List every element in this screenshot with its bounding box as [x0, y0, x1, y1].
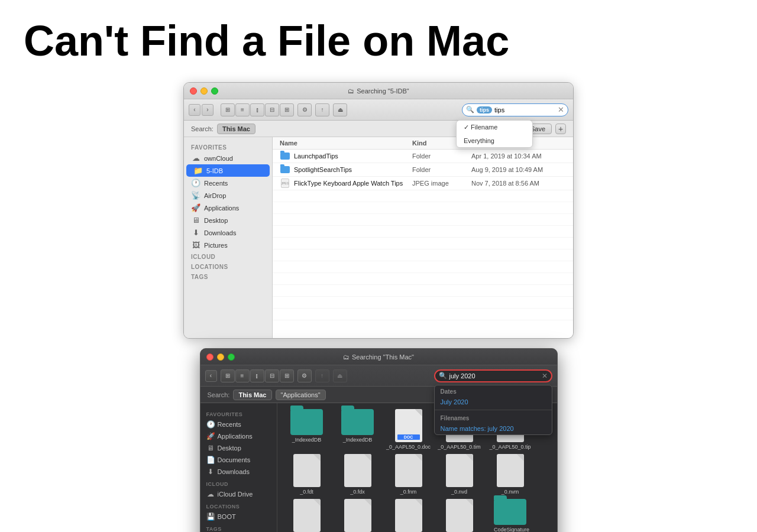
- list-item[interactable]: _0.nvd: [436, 454, 483, 495]
- window-icon-2: 🗂: [343, 353, 350, 361]
- back-button[interactable]: ‹: [189, 104, 200, 116]
- search-bar-2[interactable]: 🔍 july 2020 ✕: [434, 369, 552, 382]
- maximize-button-2[interactable]: [228, 353, 235, 361]
- action-btn-2[interactable]: ⚙: [297, 369, 312, 382]
- eject-button[interactable]: ⏏: [333, 103, 347, 116]
- locations-label-2: Locations: [200, 500, 277, 511]
- sidebar-item-airdrop[interactable]: 📡 AirDrop: [184, 189, 272, 202]
- file-date-launchpad: Apr 1, 2019 at 10:34 AM: [471, 153, 566, 160]
- list-item[interactable]: _0.tvx: [385, 499, 432, 532]
- dropdown-everything[interactable]: Everything: [457, 134, 532, 147]
- table-row[interactable]: LaunchpadTips Folder Apr 1, 2019 at 10:3…: [273, 150, 573, 163]
- generic-file-icon: [395, 499, 422, 532]
- list-view-button[interactable]: ≡: [235, 103, 250, 116]
- folder-icon-large-2: [494, 499, 526, 525]
- search-bar-1[interactable]: 🔍 tips ✕: [462, 103, 568, 116]
- list-item[interactable]: _CodeSignature: [487, 499, 534, 532]
- downloads-label-2: Downloads: [218, 468, 250, 475]
- list-view-btn-2[interactable]: ≡: [235, 369, 250, 382]
- gallery-view-btn-2[interactable]: ⊟: [265, 369, 279, 382]
- applications-icon: 🚀: [191, 203, 200, 212]
- list-item[interactable]: _0.nvm: [487, 454, 534, 495]
- dropdown-july-2020[interactable]: July 2020: [435, 396, 552, 408]
- add-search-criteria-button[interactable]: +: [555, 124, 566, 134]
- list-item[interactable]: _IndexedDB: [334, 409, 381, 450]
- search-clear-icon-2[interactable]: ✕: [542, 372, 548, 380]
- eject-btn-2[interactable]: ⏏: [333, 369, 347, 382]
- forward-button[interactable]: ›: [202, 104, 213, 116]
- grid-file-name: _CodeSignature: [491, 527, 529, 532]
- icloud-label-2: iCloud: [200, 478, 277, 488]
- column-view-btn-2[interactable]: ⫿: [250, 369, 264, 382]
- list-item[interactable]: _0.fdt: [283, 454, 331, 495]
- desktop-label-2: Desktop: [218, 445, 241, 452]
- column-view-button[interactable]: ⫿: [250, 103, 264, 116]
- sidebar-item-pictures[interactable]: 🖼 Pictures: [184, 239, 272, 251]
- window-icon: 🗂: [348, 87, 354, 95]
- file-kind-launchpad: Folder: [412, 153, 471, 160]
- gallery-view-button[interactable]: ⊟: [265, 103, 279, 116]
- sidebar-item-applications[interactable]: 🚀 Applications: [184, 202, 272, 214]
- share-btn-2[interactable]: ↑: [315, 369, 329, 382]
- icon-view-button[interactable]: ⊞: [221, 103, 235, 116]
- sidebar-item-5idb[interactable]: 📁 5-IDB: [186, 164, 270, 177]
- file-icon-spotlight: [280, 165, 290, 174]
- list-item[interactable]: _0.fdx: [334, 454, 381, 495]
- sidebar-2-recents[interactable]: 🕐 Recents: [200, 419, 277, 430]
- generic-file-icon: [293, 454, 321, 487]
- list-item[interactable]: _IndexedDB: [283, 409, 331, 450]
- sidebar-label-recents: Recents: [204, 180, 228, 187]
- search-scope-this-mac[interactable]: This Mac: [217, 124, 255, 134]
- boot-label: BOOT: [218, 513, 236, 520]
- titlebar-1: 🗂 Searching "5-IDB": [184, 83, 573, 99]
- sidebar-2-applications[interactable]: 🚀 Applications: [200, 430, 277, 442]
- dropdown-name-matches[interactable]: Name matches: july 2020: [435, 423, 552, 434]
- action-button[interactable]: ⚙: [297, 103, 312, 116]
- sidebar-2-icloud-drive[interactable]: ☁ iCloud Drive: [200, 488, 277, 500]
- sidebar-2-desktop[interactable]: 🖥 Desktop: [200, 442, 277, 454]
- sidebar-item-desktop[interactable]: 🖥 Desktop: [184, 214, 272, 226]
- sidebar-2-downloads[interactable]: ⬇ Downloads: [200, 466, 277, 478]
- search-name-badge[interactable]: tips: [477, 106, 492, 113]
- window-title-2: 🗂 Searching "This Mac": [343, 353, 414, 361]
- back-button-2[interactable]: ‹: [205, 370, 217, 382]
- icon-view-btn-2[interactable]: ⊞: [221, 369, 235, 382]
- folder-icon-5idb: 📁: [193, 166, 203, 175]
- scope-this-mac[interactable]: This Mac: [233, 390, 271, 400]
- applications-label-2: Applications: [218, 433, 253, 440]
- list-item[interactable]: _0.fnm: [385, 454, 432, 495]
- icloud-icon-2: ☁: [206, 490, 215, 498]
- dropdown-filename[interactable]: Filename: [457, 121, 532, 134]
- search-icon-2: 🔍: [439, 372, 447, 379]
- grid-view-button[interactable]: ⊞: [280, 103, 294, 116]
- close-button[interactable]: [190, 87, 197, 95]
- search-clear-icon-1[interactable]: ✕: [558, 105, 564, 114]
- search-input-1[interactable]: [494, 106, 530, 113]
- grid-view-btn-2[interactable]: ⊞: [280, 369, 294, 382]
- desktop-icon-2: 🖥: [206, 444, 215, 452]
- minimize-button[interactable]: [200, 87, 208, 95]
- sidebar-item-owncloud[interactable]: ☁ ownCloud: [184, 152, 272, 164]
- table-row[interactable]: SpotlightSearchTips Folder Aug 9, 2019 a…: [273, 163, 573, 177]
- scope-applications[interactable]: "Applications": [276, 390, 326, 400]
- maximize-button[interactable]: [211, 87, 218, 95]
- share-button[interactable]: ↑: [315, 103, 329, 116]
- sidebar-2-boot[interactable]: 💾 BOOT: [200, 511, 277, 523]
- list-item[interactable]: DOC _0_AAPL50_0.doc: [385, 409, 432, 450]
- close-button-2[interactable]: [206, 353, 213, 361]
- sidebar-1: Favorites ☁ ownCloud 📁 5-IDB 🕐 Recents: [184, 137, 273, 338]
- tags-label: Tags: [184, 271, 272, 281]
- sidebar-item-recents[interactable]: 🕐 Recents: [184, 177, 272, 189]
- sidebar-item-downloads[interactable]: ⬇ Downloads: [184, 226, 272, 239]
- list-item[interactable]: _0.tvd: [334, 499, 381, 532]
- generic-file-icon: [446, 454, 473, 487]
- list-item[interactable]: _0.si: [283, 499, 331, 532]
- name-column-header[interactable]: Name: [280, 140, 412, 147]
- search-label-1: Search:: [191, 125, 213, 132]
- icloud-drive-label: iCloud Drive: [218, 491, 253, 498]
- minimize-button-2[interactable]: [217, 353, 224, 361]
- sidebar-2-documents[interactable]: 📄 Documents: [200, 454, 277, 466]
- list-item[interactable]: _CodeSignature: [436, 499, 483, 532]
- page-title: Can't Find a File on Mac: [0, 0, 757, 76]
- table-row[interactable]: JPEG FlickType Keyboard Apple Watch Tips…: [273, 177, 573, 190]
